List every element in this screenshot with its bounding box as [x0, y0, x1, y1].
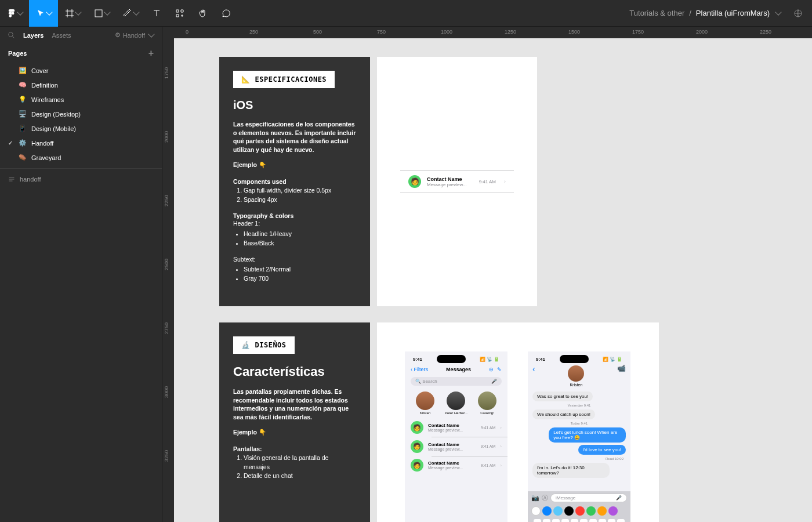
hand-icon [198, 9, 208, 18]
layer-handoff-root[interactable]: handoff [0, 172, 162, 186]
breadcrumb[interactable]: Tutorials & other / Plantilla (uiFromMar… [629, 9, 812, 18]
pinned-contacts: Kristen Peter Herber... Cooking! [405, 388, 507, 418]
navbar: ‹ Filters Messages ⊖✎ [405, 364, 507, 375]
filters-link[interactable]: ‹ Filters [411, 367, 428, 372]
breadcrumb-file: Plantilla (uiFromMars) [696, 9, 770, 17]
key[interactable]: O [608, 519, 615, 522]
frame-tool[interactable] [58, 0, 87, 27]
pen-icon [123, 9, 132, 18]
pinned-contact[interactable]: Peter Herber... [445, 392, 467, 415]
page-handoff[interactable]: ⚙️Handoff [0, 136, 162, 150]
facetime-icon[interactable]: 📹 [617, 364, 626, 372]
spec-title: iOS [233, 99, 356, 112]
pages-header: Pages + [0, 44, 162, 63]
key[interactable]: W [543, 519, 550, 522]
notch-icon [437, 355, 466, 363]
shape-tool[interactable] [87, 0, 116, 27]
bubble-out[interactable]: Let's get lunch soon! When are you free?… [549, 427, 626, 443]
search-field[interactable]: 🔍 Search🎤 [411, 377, 502, 386]
camera-icon[interactable]: 📷 [531, 494, 539, 502]
key[interactable]: P [617, 519, 625, 522]
frame-icon [65, 9, 74, 18]
resources-tool[interactable] [168, 0, 191, 27]
toolbar: Tutorials & other / Plantilla (uiFromMar… [0, 0, 812, 27]
app-tray-icon[interactable] [575, 506, 585, 516]
page-cover[interactable]: 🖼️Cover [0, 63, 162, 78]
artboard-design-text[interactable]: 🔬DISEÑOS Características Las pantallas p… [219, 322, 370, 522]
design-desc: Las pantallas propiamente dichas. Es rec… [233, 387, 356, 422]
comment-icon [222, 9, 231, 18]
rectangle-icon [94, 9, 103, 18]
app-tray-icon[interactable] [586, 506, 596, 516]
message-row[interactable]: 🧑Contact NameMessage preview...9:41 AM› [405, 437, 507, 456]
ios-contact-row: 🧑 Contact Name Message preview... 9:41 A… [400, 171, 514, 193]
compose-input[interactable]: iMessage🎤 [550, 494, 627, 502]
statusbar: 9:41 📶📡🔋 [528, 351, 630, 364]
cursor-icon [36, 9, 45, 18]
page-wireframes[interactable]: 💡Wireframes [0, 92, 162, 107]
main-menu-button[interactable] [0, 0, 29, 27]
mode-dropdown[interactable]: ⚙ Handoff [115, 31, 154, 39]
compose-icon[interactable]: ✎ [497, 367, 502, 372]
key[interactable]: E [552, 519, 560, 522]
pill-disenos: 🔬DISEÑOS [233, 336, 295, 354]
app-tray-icon[interactable] [608, 506, 618, 516]
hand-tool[interactable] [191, 0, 215, 27]
app-tray-icon[interactable] [564, 506, 574, 516]
key[interactable]: Y [580, 519, 588, 522]
svg-point-2 [9, 32, 13, 37]
chevron-down-icon[interactable] [775, 9, 781, 15]
page-definition[interactable]: 🧠Definition [0, 78, 162, 92]
artboard-ios-preview[interactable]: 🧑 Contact Name Message preview... 9:41 A… [377, 57, 537, 306]
key[interactable]: I [599, 519, 606, 522]
bubble-out[interactable]: I'd love to see you! [578, 445, 626, 455]
notch-icon [560, 355, 589, 363]
spec-desc: Las especificaciones de los componentes … [233, 120, 356, 154]
bubble-in[interactable]: We should catch up soon! [532, 409, 595, 419]
resources-icon [175, 9, 184, 18]
key[interactable]: U [589, 519, 597, 522]
search-icon[interactable] [8, 32, 15, 39]
composer: 📷 Ⓐ iMessage🎤 [528, 491, 630, 505]
comment-tool[interactable] [215, 0, 238, 27]
app-tray-icon[interactable] [542, 506, 552, 516]
tab-layers[interactable]: Layers [23, 32, 44, 39]
chat-avatar[interactable] [568, 365, 584, 382]
page-graveyard[interactable]: ⚰️Graveyard [0, 150, 162, 165]
ruler-horizontal: 0 250 500 750 1000 1250 1500 1750 2000 2… [162, 27, 812, 38]
pill-especificaciones: 📐ESPECIFICACIONES [233, 71, 335, 88]
message-row[interactable]: 🧑Contact NameMessage preview...9:41 AM› [405, 418, 507, 437]
keyboard-row: Q W E R T Y U I O P [528, 517, 630, 522]
key[interactable]: T [571, 519, 578, 522]
message-row[interactable]: 🧑Contact NameMessage preview...9:41 AM› [405, 456, 507, 474]
page-design-desktop[interactable]: 🖥️Design (Desktop) [0, 107, 162, 121]
phone-chat-detail[interactable]: 9:41 📶📡🔋 ‹ Kristen 📹 Was so great to see… [528, 351, 630, 522]
figma-logo-icon [7, 9, 16, 18]
app-tray-icon[interactable] [597, 506, 607, 516]
page-design-mobile[interactable]: 📱Design (Mobile) [0, 121, 162, 136]
bubble-in[interactable]: Was so great to see you! [532, 392, 593, 401]
pinned-contact[interactable]: Kristen [416, 392, 434, 415]
key[interactable]: Q [534, 519, 541, 522]
app-tray-icon[interactable] [553, 506, 563, 516]
add-page-button[interactable]: + [148, 48, 154, 59]
artboard-spec-text[interactable]: 📐ESPECIFICACIONES iOS Las especificacion… [219, 57, 370, 306]
text-icon [152, 9, 161, 18]
canvas-area[interactable]: 0 250 500 750 1000 1250 1500 1750 2000 2… [162, 27, 812, 522]
app-tray-icon[interactable] [531, 506, 541, 516]
ruler-vertical: 1750 2000 2250 2500 2750 3000 3250 [162, 38, 174, 522]
svg-rect-0 [95, 10, 102, 17]
app-strip [528, 505, 630, 517]
globe-icon[interactable] [793, 9, 803, 18]
archive-icon[interactable]: ⊖ [489, 367, 494, 372]
breadcrumb-folder: Tutorials & other [629, 9, 684, 17]
text-tool[interactable] [145, 0, 168, 27]
phone-messages-list[interactable]: 9:41 📶📡🔋 ‹ Filters Messages ⊖✎ 🔍 Search🎤… [405, 351, 507, 522]
move-tool[interactable] [29, 0, 58, 27]
tab-assets[interactable]: Assets [52, 32, 71, 39]
pen-tool[interactable] [116, 0, 145, 27]
apps-icon[interactable]: Ⓐ [542, 494, 548, 502]
pinned-contact[interactable]: Cooking! [478, 392, 496, 415]
bubble-in[interactable]: I'm in. Let's do it! 12:30 tomorrow? [532, 463, 610, 478]
key[interactable]: R [561, 519, 569, 522]
